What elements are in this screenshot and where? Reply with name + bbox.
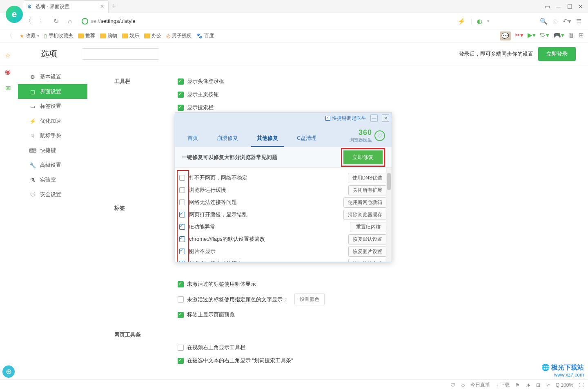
fix-item-button[interactable]: 恢复图片设置 — [348, 247, 387, 257]
spinner-icon[interactable]: ◐ — [477, 18, 482, 25]
window-maximize-icon[interactable]: ☐ — [567, 3, 572, 10]
bookmark-item-office[interactable]: 办公 — [144, 32, 161, 39]
settings-search-input[interactable] — [82, 48, 159, 60]
star-rail-icon[interactable]: ☆ — [3, 51, 12, 60]
checkbox-icon[interactable] — [179, 175, 185, 181]
lightning-icon[interactable]: ⚡ — [458, 18, 466, 25]
fullscreen-icon[interactable]: ⛶ — [579, 382, 584, 388]
sound-icon[interactable]: 🕪 — [526, 382, 530, 388]
checkbox-icon[interactable] — [178, 358, 184, 364]
flag-icon[interactable]: ⚑ — [515, 382, 520, 388]
checkbox-icon[interactable] — [178, 78, 184, 85]
nav-back-icon[interactable]: 〈 — [23, 16, 33, 27]
dialog-scrollbar[interactable] — [386, 168, 392, 262]
dialog-close-icon[interactable]: ✕ — [382, 114, 389, 122]
checkbox-icon[interactable] — [178, 296, 184, 303]
history-dropdown-icon[interactable]: ↶▾ — [563, 18, 571, 25]
opt-homepage[interactable]: 显示主页按钮 — [178, 91, 564, 98]
login-button[interactable]: 立即登录 — [538, 47, 576, 61]
opt-search[interactable]: 显示搜索栏 — [178, 104, 564, 111]
checkbox-icon[interactable] — [178, 312, 184, 318]
bookmark-item-baidu[interactable]: 🐾百度 — [196, 32, 214, 39]
bookmark-item-shopping[interactable]: 购物 — [100, 32, 117, 39]
opt-preview-tab[interactable]: 标签上显示页面预览 — [178, 311, 564, 318]
checkbox-icon[interactable] — [179, 224, 185, 230]
sidebar-item-speed[interactable]: ⚡优化加速 — [18, 114, 87, 128]
dropdown-icon[interactable]: ▾ — [487, 19, 489, 23]
compat-icon[interactable]: ◎ — [552, 18, 558, 25]
tool2-icon[interactable]: ↗ — [546, 382, 550, 388]
checkbox-icon[interactable] — [178, 105, 184, 111]
checkbox-icon[interactable] — [178, 345, 184, 351]
bookmarks-back-icon[interactable]: 〈 — [4, 31, 15, 41]
sidebar-item-lab[interactable]: ⚗实验室 — [18, 173, 87, 187]
sidebar-item-shortcut[interactable]: ⌨快捷键 — [18, 143, 87, 158]
dlg-tab-other[interactable]: 其他修复 — [251, 130, 284, 147]
tool1-icon[interactable]: ⊡ — [536, 382, 540, 388]
checkbox-icon[interactable] — [325, 116, 330, 121]
weibo-rail-icon[interactable]: ◉ — [3, 67, 12, 76]
bookmark-item-entertainment[interactable]: 娱乐 — [122, 32, 139, 39]
opt-select-search[interactable]: 在被选中文本的右上角显示 "划词搜索工具条" — [178, 357, 564, 364]
download-link[interactable]: ↓ 下载 — [496, 381, 509, 388]
checkbox-icon[interactable] — [179, 249, 185, 254]
diamond-icon[interactable]: ◇ — [461, 382, 465, 388]
fix-now-button[interactable]: 立即修复 — [343, 150, 383, 164]
apps-icon[interactable]: ⊞ — [579, 31, 584, 40]
opt-bold-tab[interactable]: 未激活过的标签使用粗体显示 — [178, 280, 564, 288]
fix-item-button[interactable]: 恢复默认设置 — [348, 234, 387, 244]
url-input[interactable]: se://settings/uistyle — [78, 16, 454, 27]
sidebar-item-basic[interactable]: ⚙基本设置 — [18, 69, 87, 84]
fix-item-button[interactable]: 重置IE内核 — [350, 222, 387, 232]
window-close-icon[interactable]: ✕ — [578, 3, 583, 10]
checkbox-icon[interactable] — [178, 281, 184, 287]
window-minimize-icon[interactable]: — — [556, 3, 561, 10]
chat-icon[interactable]: 💬 — [500, 31, 511, 40]
zoom-level[interactable]: Q 100% — [556, 382, 573, 388]
dlg-tab-home[interactable]: 首页 — [182, 130, 204, 147]
opt-avatar[interactable]: 显示头像登录框 — [178, 78, 564, 85]
assist-fab-button[interactable]: ⊕ — [2, 365, 15, 378]
security-status-icon[interactable]: 🛡 — [450, 382, 455, 388]
nav-forward-icon[interactable]: 〉 — [37, 16, 47, 27]
bookmark-item-recommend[interactable]: 推荐 — [78, 32, 95, 39]
trash-icon[interactable]: 🗑 — [568, 31, 575, 40]
dialog-minimize-icon[interactable]: — — [370, 114, 378, 122]
fix-item-button[interactable]: 恢复快捷方式 — [348, 259, 387, 262]
scissors-icon[interactable]: ✂▾ — [515, 31, 523, 40]
checkbox-icon[interactable] — [179, 187, 185, 193]
shield-icon[interactable]: 🛡▾ — [540, 31, 549, 40]
nav-home-icon[interactable]: ⌂ — [65, 16, 75, 27]
shortcut-toggle[interactable]: 快捷键调起医生 — [325, 115, 366, 122]
nav-reload-icon[interactable]: ↻ — [51, 16, 61, 27]
search-icon[interactable]: 🔍 — [540, 18, 548, 25]
fix-item-button[interactable]: 使用断网急救箱 — [343, 197, 387, 208]
bookmark-item-mobile[interactable]: ▯手机收藏夹 — [44, 32, 73, 39]
favorites-button[interactable]: ★收藏 ▾ — [20, 32, 39, 39]
opt-color-tab[interactable]: 未激活过的标签使用指定颜色的文字显示：设置颜色 — [178, 294, 564, 305]
checkbox-icon[interactable] — [179, 236, 185, 242]
sidebar-item-advanced[interactable]: 🔧高级设置 — [18, 158, 87, 173]
dlg-tab-cdisk[interactable]: C盘清理 — [291, 130, 322, 147]
checkbox-icon[interactable] — [179, 212, 185, 217]
set-color-button[interactable]: 设置颜色 — [294, 294, 325, 305]
sidebar-item-security[interactable]: 🛡安全设置 — [18, 187, 87, 202]
video-icon[interactable]: ▶▾ — [528, 31, 536, 40]
today-live[interactable]: 今日直播 — [470, 381, 490, 388]
checkbox-icon[interactable] — [179, 261, 185, 262]
fix-item-button[interactable]: 使用DNS优选 — [348, 173, 387, 183]
mail-rail-icon[interactable]: ✉ — [3, 83, 12, 92]
scrollbar-thumb[interactable] — [387, 173, 391, 190]
game-icon[interactable]: 🎮▾ — [553, 31, 564, 40]
fix-item-button[interactable]: 关闭所有扩展 — [348, 185, 387, 195]
fix-item-button[interactable]: 清除浏览器缓存 — [343, 210, 387, 220]
checkbox-icon[interactable] — [178, 92, 184, 98]
bookmark-item-5[interactable]: ◎男子残疾 — [166, 32, 192, 39]
window-panel-icon[interactable]: ▭ — [545, 3, 550, 10]
opt-video-toolbar[interactable]: 在视频右上角显示工具栏 — [178, 344, 564, 351]
checkbox-icon[interactable] — [179, 199, 185, 205]
menu-icon[interactable]: ☰ — [576, 18, 581, 25]
browser-tab[interactable]: ⚙ 选项 - 界面设置 ✕ — [23, 0, 109, 13]
dlg-tab-crash[interactable]: 崩溃修复 — [211, 130, 244, 147]
tab-close-icon[interactable]: ✕ — [100, 4, 104, 9]
